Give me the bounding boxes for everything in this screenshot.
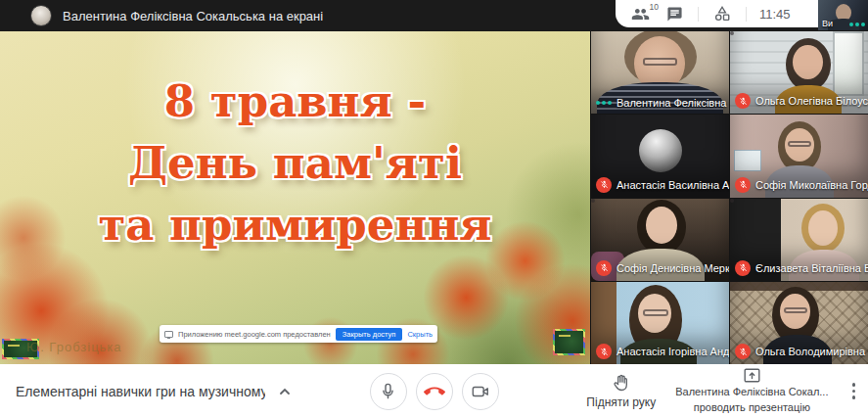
- camera-toggle-button[interactable]: [462, 373, 499, 410]
- participant-badge: Софія Миколаївна Горді...: [735, 177, 868, 193]
- bottom-bar: Елементарні навички гри на музичному інс…: [0, 364, 868, 418]
- stop-sharing-button[interactable]: Закрыть доступ: [336, 328, 403, 341]
- raise-hand-button[interactable]: Підняти руку: [586, 373, 656, 409]
- monitor-icon: [164, 331, 173, 338]
- mic-muted-icon: [739, 263, 748, 272]
- mic-muted-icon: [739, 348, 748, 356]
- participants-button[interactable]: 10: [629, 3, 651, 24]
- participant-tile[interactable]: Анастасія Ігорівна Андр...: [591, 282, 729, 364]
- participant-tile[interactable]: Валентина Феліксівна С...: [591, 31, 729, 114]
- participant-name: Ольга Олегівна Білоус: [755, 95, 868, 107]
- participant-badge: Анастасія Ігорівна Андр...: [596, 344, 729, 359]
- meeting-status-pill: 10 11:45: [616, 0, 819, 27]
- present-icon: [744, 368, 760, 383]
- participants-count: 10: [650, 2, 659, 12]
- presenting-status-button[interactable]: Валентина Феліксівна Сокал... проводить …: [675, 368, 828, 414]
- watermark: Ю. Гробзіцька: [26, 340, 122, 354]
- more-vert-icon: [852, 383, 856, 387]
- participant-tile[interactable]: Єлизавета Віталіївна Бі...: [730, 199, 868, 281]
- mic-muted-icon: [739, 180, 748, 189]
- participant-tile[interactable]: Ольга Олегівна Білоус: [730, 31, 868, 114]
- shared-screen: 8 травня - День пам'яті та примирення Ю.…: [0, 31, 590, 364]
- presenter-avatar: [30, 5, 52, 26]
- participant-badge: Валентина Феліксівна С...: [596, 97, 729, 109]
- mic-icon: [379, 382, 397, 400]
- speaking-indicator-icon: [596, 101, 612, 105]
- participant-name: Софія Денисівна Мерку...: [617, 262, 729, 274]
- participant-badge: Анастасія Василівна Ан...: [596, 177, 729, 193]
- activities-button[interactable]: [711, 3, 733, 24]
- people-icon: [631, 5, 650, 23]
- slide-title-line: 8 травня -: [0, 70, 590, 132]
- slide-title: 8 травня - День пам'яті та примирення: [0, 70, 590, 255]
- slide-title-line: та примирення: [0, 194, 590, 255]
- pill-divider: [746, 7, 747, 22]
- chat-icon: [666, 6, 683, 23]
- presenter-banner: Валентина Феліксівна Сокальська на екран…: [63, 9, 323, 23]
- mic-muted-icon: [600, 263, 609, 272]
- more-options-button[interactable]: [848, 379, 860, 403]
- self-label: Ви: [822, 19, 833, 28]
- share-banner-message: Приложению meet.google.com предоставлен …: [178, 330, 331, 339]
- participant-grid: Валентина Феліксівна С...Ольга Олегівна …: [591, 31, 868, 364]
- participant-badge: Ольга Володимирівна Н...: [735, 344, 868, 359]
- presenting-name: Валентина Феліксівна Сокал...: [675, 386, 828, 398]
- pill-divider: [698, 7, 699, 22]
- slide-title-line: День пам'яті: [0, 132, 590, 194]
- end-call-icon: [424, 381, 445, 402]
- meeting-details-button[interactable]: Елементарні навички гри на музичному інс…: [16, 364, 291, 418]
- participant-tile[interactable]: Ольга Володимирівна Н...: [730, 282, 868, 364]
- chat-button[interactable]: [663, 3, 685, 24]
- participant-name: Ольга Володимирівна Н...: [755, 346, 868, 357]
- participant-name: Валентина Феліксівна С...: [617, 97, 729, 109]
- participant-badge: Єлизавета Віталіївна Бі...: [735, 260, 868, 276]
- participant-tile[interactable]: Софія Миколаївна Горді...: [730, 115, 868, 197]
- participant-name: Софія Миколаївна Горді...: [755, 179, 868, 191]
- screen-share-banner: Приложению meet.google.com предоставлен …: [160, 325, 437, 343]
- camera-icon: [471, 382, 490, 401]
- participant-tile[interactable]: Софія Денисівна Мерку...: [591, 199, 729, 281]
- participant-name: Анастасія Василівна Ан...: [617, 179, 729, 191]
- participant-name: Анастасія Ігорівна Андр...: [617, 346, 729, 357]
- activities-icon: [713, 5, 731, 23]
- clock: 11:45: [759, 7, 791, 22]
- raise-hand-icon: [612, 373, 631, 393]
- participant-badge: Ольга Олегівна Білоус: [735, 93, 868, 109]
- call-controls: [370, 373, 499, 410]
- meeting-title: Елементарні навички гри на музичному інс…: [16, 384, 265, 399]
- participant-tile[interactable]: Анастасія Василівна Ан...: [591, 115, 729, 197]
- raise-hand-label: Підняти руку: [586, 395, 656, 409]
- right-controls: Підняти руку Валентина Феліксівна Сокал.…: [586, 364, 859, 418]
- self-view-tile[interactable]: Ви: [818, 0, 868, 30]
- video-thumbnail: [553, 329, 585, 355]
- chevron-up-icon[interactable]: [279, 388, 291, 395]
- participant-badge: Софія Денисівна Мерку...: [596, 260, 729, 276]
- mic-muted-icon: [739, 97, 748, 106]
- hide-banner-link[interactable]: Скрыть: [407, 330, 433, 339]
- meet-window: Валентина Феліксівна Сокальська на екран…: [0, 0, 868, 418]
- mic-muted-icon: [600, 180, 609, 189]
- presenting-caption: проводить презентацію: [694, 401, 810, 414]
- mic-toggle-button[interactable]: [370, 373, 407, 410]
- mic-muted-icon: [600, 348, 609, 356]
- avatar: [639, 129, 682, 172]
- participant-name: Єлизавета Віталіївна Бі...: [755, 262, 868, 274]
- end-call-button[interactable]: [416, 373, 453, 410]
- speaking-indicator-icon: [849, 23, 865, 26]
